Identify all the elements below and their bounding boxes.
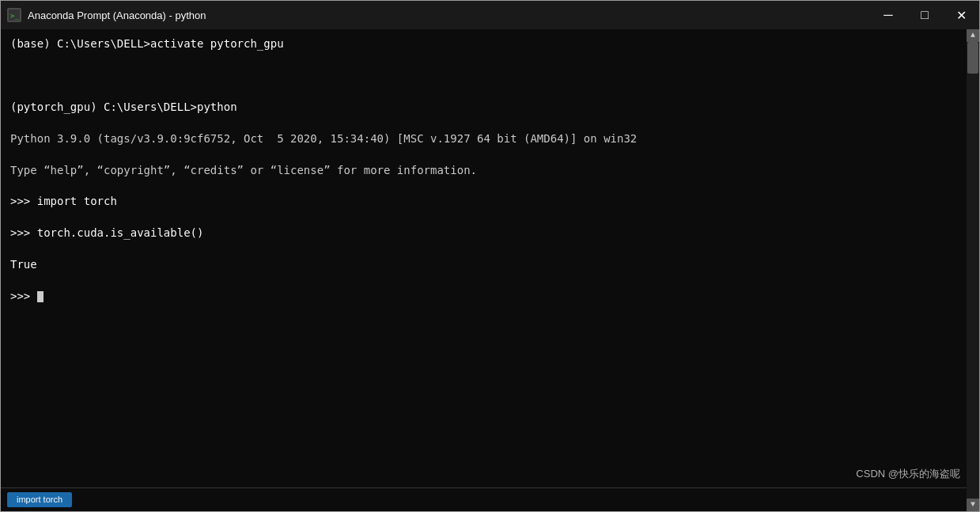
terminal-line-1: (base) C:\Users\DELL>activate pytorch_gp… (10, 36, 970, 51)
terminal-line-4: Type “help”, “copyright”, “credits” or “… (10, 162, 970, 178)
terminal-output: (base) C:\Users\DELL>activate pytorch_gp… (10, 36, 970, 320)
cursor (37, 291, 44, 302)
title-bar: >_ Anaconda Prompt (Anaconda) - python ─… (1, 1, 979, 29)
window-controls: ─ □ ✕ (870, 1, 979, 29)
svg-text:>_: >_ (10, 12, 19, 20)
taskbar-preview-item[interactable]: import torch (7, 492, 72, 507)
app-icon: >_ (7, 8, 21, 22)
anaconda-icon-svg: >_ (9, 9, 20, 21)
scrollbar[interactable]: ▲ ▼ (967, 29, 979, 511)
anaconda-window: >_ Anaconda Prompt (Anaconda) - python ─… (0, 0, 980, 512)
terminal-line-8: >>> (10, 288, 970, 304)
close-button[interactable]: ✕ (943, 1, 979, 29)
terminal-line-5: >>> import torch (10, 193, 970, 209)
terminal-body[interactable]: (base) C:\Users\DELL>activate pytorch_gp… (1, 29, 979, 511)
taskbar-preview: import torch (1, 487, 967, 511)
maximize-button[interactable]: □ (906, 1, 943, 29)
scrollbar-down-button[interactable]: ▼ (967, 499, 979, 511)
minimize-button[interactable]: ─ (870, 1, 906, 29)
terminal-line-6: >>> torch.cuda.is_available() (10, 225, 970, 241)
terminal-line-7: True (10, 256, 970, 272)
scrollbar-track[interactable] (967, 42, 979, 499)
window-title: Anaconda Prompt (Anaconda) - python (28, 9, 973, 21)
watermark: CSDN @快乐的海盗呢 (856, 467, 960, 481)
terminal-line-2: (pytorch_gpu) C:\Users\DELL>python (10, 99, 970, 115)
terminal-line-blank (10, 67, 970, 83)
scrollbar-up-button[interactable]: ▲ (967, 29, 979, 42)
terminal-line-3: Python 3.9.0 (tags/v3.9.0:9cf6752, Oct 5… (10, 131, 970, 146)
scrollbar-thumb[interactable] (967, 42, 978, 74)
